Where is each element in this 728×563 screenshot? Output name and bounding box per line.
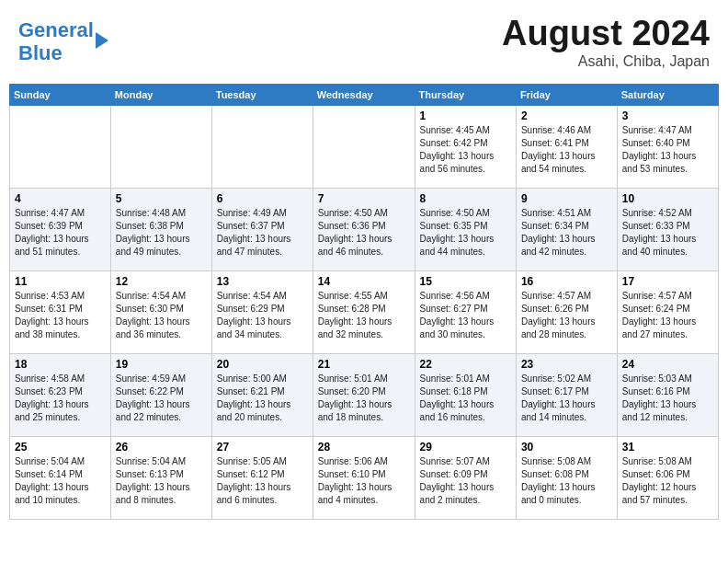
calendar-day-cell xyxy=(313,106,415,189)
day-number: 13 xyxy=(217,275,308,288)
calendar-day-cell: 24Sunrise: 5:03 AM Sunset: 6:16 PM Dayli… xyxy=(617,354,718,437)
logo-text: GeneralBlue xyxy=(18,19,94,63)
day-info: Sunrise: 5:04 AM Sunset: 6:13 PM Dayligh… xyxy=(116,455,207,507)
day-info: Sunrise: 4:45 AM Sunset: 6:42 PM Dayligh… xyxy=(420,124,511,176)
day-of-week-header: Wednesday xyxy=(313,85,415,106)
day-of-week-header: Thursday xyxy=(415,85,516,106)
day-number: 31 xyxy=(622,441,713,454)
day-number: 16 xyxy=(521,275,612,288)
day-number: 7 xyxy=(318,192,410,205)
day-info: Sunrise: 5:01 AM Sunset: 6:18 PM Dayligh… xyxy=(420,373,511,424)
day-info: Sunrise: 4:54 AM Sunset: 6:29 PM Dayligh… xyxy=(217,290,308,341)
day-number: 9 xyxy=(521,192,612,205)
day-number: 3 xyxy=(622,109,713,122)
day-number: 28 xyxy=(318,441,410,454)
location-subtitle: Asahi, Chiba, Japan xyxy=(502,53,710,70)
day-number: 27 xyxy=(217,441,308,454)
calendar-day-cell: 18Sunrise: 4:58 AM Sunset: 6:23 PM Dayli… xyxy=(10,354,111,437)
day-info: Sunrise: 5:03 AM Sunset: 6:16 PM Dayligh… xyxy=(622,373,713,424)
calendar-day-cell: 15Sunrise: 4:56 AM Sunset: 6:27 PM Dayli… xyxy=(415,271,516,354)
calendar-day-cell: 31Sunrise: 5:08 AM Sunset: 6:06 PM Dayli… xyxy=(617,437,718,520)
calendar-day-cell: 6Sunrise: 4:49 AM Sunset: 6:37 PM Daylig… xyxy=(211,189,313,271)
day-info: Sunrise: 4:53 AM Sunset: 6:31 PM Dayligh… xyxy=(15,290,106,341)
calendar-day-cell: 8Sunrise: 4:50 AM Sunset: 6:35 PM Daylig… xyxy=(415,189,516,271)
calendar-week-row: 1Sunrise: 4:45 AM Sunset: 6:42 PM Daylig… xyxy=(10,106,719,189)
calendar-day-cell xyxy=(110,106,211,189)
day-info: Sunrise: 5:07 AM Sunset: 6:09 PM Dayligh… xyxy=(420,455,511,507)
day-number: 22 xyxy=(420,358,511,371)
calendar-day-cell: 23Sunrise: 5:02 AM Sunset: 6:17 PM Dayli… xyxy=(516,354,617,437)
day-number: 20 xyxy=(217,358,308,371)
day-info: Sunrise: 5:00 AM Sunset: 6:21 PM Dayligh… xyxy=(217,373,308,424)
day-info: Sunrise: 4:47 AM Sunset: 6:39 PM Dayligh… xyxy=(15,207,106,259)
calendar-day-cell: 19Sunrise: 4:59 AM Sunset: 6:22 PM Dayli… xyxy=(110,354,211,437)
calendar-day-cell: 5Sunrise: 4:48 AM Sunset: 6:38 PM Daylig… xyxy=(110,189,211,271)
day-info: Sunrise: 4:57 AM Sunset: 6:26 PM Dayligh… xyxy=(521,290,612,341)
calendar-day-cell: 3Sunrise: 4:47 AM Sunset: 6:40 PM Daylig… xyxy=(617,106,718,189)
calendar-header-row: SundayMondayTuesdayWednesdayThursdayFrid… xyxy=(10,85,719,106)
calendar-day-cell: 7Sunrise: 4:50 AM Sunset: 6:36 PM Daylig… xyxy=(313,189,415,271)
day-info: Sunrise: 4:51 AM Sunset: 6:34 PM Dayligh… xyxy=(521,207,612,259)
day-number: 25 xyxy=(15,441,106,454)
calendar-day-cell: 27Sunrise: 5:05 AM Sunset: 6:12 PM Dayli… xyxy=(211,437,313,520)
month-year-title: August 2024 xyxy=(502,14,710,53)
calendar-day-cell: 22Sunrise: 5:01 AM Sunset: 6:18 PM Dayli… xyxy=(415,354,516,437)
day-number: 30 xyxy=(521,441,612,454)
page-header: GeneralBlue August 2024 Asahi, Chiba, Ja… xyxy=(9,9,719,75)
calendar-day-cell: 16Sunrise: 4:57 AM Sunset: 6:26 PM Dayli… xyxy=(516,271,617,354)
calendar-week-row: 18Sunrise: 4:58 AM Sunset: 6:23 PM Dayli… xyxy=(10,354,719,437)
calendar-day-cell: 26Sunrise: 5:04 AM Sunset: 6:13 PM Dayli… xyxy=(110,437,211,520)
day-number: 18 xyxy=(15,358,106,371)
calendar-day-cell: 17Sunrise: 4:57 AM Sunset: 6:24 PM Dayli… xyxy=(617,271,718,354)
calendar-day-cell: 29Sunrise: 5:07 AM Sunset: 6:09 PM Dayli… xyxy=(415,437,516,520)
day-info: Sunrise: 5:01 AM Sunset: 6:20 PM Dayligh… xyxy=(318,373,410,424)
day-info: Sunrise: 4:50 AM Sunset: 6:36 PM Dayligh… xyxy=(318,207,410,259)
day-info: Sunrise: 5:04 AM Sunset: 6:14 PM Dayligh… xyxy=(15,455,106,507)
day-number: 19 xyxy=(116,358,207,371)
day-info: Sunrise: 4:52 AM Sunset: 6:33 PM Dayligh… xyxy=(622,207,713,259)
day-number: 29 xyxy=(420,441,511,454)
day-number: 26 xyxy=(116,441,207,454)
calendar-day-cell: 2Sunrise: 4:46 AM Sunset: 6:41 PM Daylig… xyxy=(516,106,617,189)
day-number: 10 xyxy=(622,192,713,205)
calendar-week-row: 4Sunrise: 4:47 AM Sunset: 6:39 PM Daylig… xyxy=(10,189,719,271)
calendar-day-cell: 13Sunrise: 4:54 AM Sunset: 6:29 PM Dayli… xyxy=(211,271,313,354)
day-info: Sunrise: 4:55 AM Sunset: 6:28 PM Dayligh… xyxy=(318,290,410,341)
logo-arrow-icon xyxy=(96,32,108,49)
day-info: Sunrise: 4:56 AM Sunset: 6:27 PM Dayligh… xyxy=(420,290,511,341)
day-info: Sunrise: 5:02 AM Sunset: 6:17 PM Dayligh… xyxy=(521,373,612,424)
day-info: Sunrise: 5:08 AM Sunset: 6:08 PM Dayligh… xyxy=(521,455,612,507)
day-number: 24 xyxy=(622,358,713,371)
day-info: Sunrise: 4:54 AM Sunset: 6:30 PM Dayligh… xyxy=(116,290,207,341)
day-number: 21 xyxy=(318,358,410,371)
day-number: 2 xyxy=(521,109,612,122)
calendar-day-cell: 30Sunrise: 5:08 AM Sunset: 6:08 PM Dayli… xyxy=(516,437,617,520)
day-number: 6 xyxy=(217,192,308,205)
day-number: 12 xyxy=(116,275,207,288)
calendar-day-cell: 20Sunrise: 5:00 AM Sunset: 6:21 PM Dayli… xyxy=(211,354,313,437)
title-block: August 2024 Asahi, Chiba, Japan xyxy=(502,14,710,70)
calendar-day-cell: 4Sunrise: 4:47 AM Sunset: 6:39 PM Daylig… xyxy=(10,189,111,271)
day-info: Sunrise: 4:50 AM Sunset: 6:35 PM Dayligh… xyxy=(420,207,511,259)
calendar-day-cell: 12Sunrise: 4:54 AM Sunset: 6:30 PM Dayli… xyxy=(110,271,211,354)
day-number: 5 xyxy=(116,192,207,205)
day-of-week-header: Saturday xyxy=(617,85,718,106)
day-of-week-header: Friday xyxy=(516,85,617,106)
day-info: Sunrise: 5:06 AM Sunset: 6:10 PM Dayligh… xyxy=(318,455,410,507)
day-info: Sunrise: 4:48 AM Sunset: 6:38 PM Dayligh… xyxy=(116,207,207,259)
calendar-week-row: 25Sunrise: 5:04 AM Sunset: 6:14 PM Dayli… xyxy=(10,437,719,520)
day-info: Sunrise: 4:59 AM Sunset: 6:22 PM Dayligh… xyxy=(116,373,207,424)
day-of-week-header: Tuesday xyxy=(211,85,313,106)
calendar-day-cell: 11Sunrise: 4:53 AM Sunset: 6:31 PM Dayli… xyxy=(10,271,111,354)
day-of-week-header: Sunday xyxy=(10,85,111,106)
calendar-day-cell xyxy=(211,106,313,189)
calendar-day-cell: 10Sunrise: 4:52 AM Sunset: 6:33 PM Dayli… xyxy=(617,189,718,271)
calendar-day-cell: 1Sunrise: 4:45 AM Sunset: 6:42 PM Daylig… xyxy=(415,106,516,189)
day-number: 17 xyxy=(622,275,713,288)
day-info: Sunrise: 5:05 AM Sunset: 6:12 PM Dayligh… xyxy=(217,455,308,507)
day-number: 15 xyxy=(420,275,511,288)
logo: GeneralBlue xyxy=(18,19,108,63)
calendar-day-cell: 14Sunrise: 4:55 AM Sunset: 6:28 PM Dayli… xyxy=(313,271,415,354)
calendar-day-cell xyxy=(10,106,111,189)
day-number: 1 xyxy=(420,109,511,122)
